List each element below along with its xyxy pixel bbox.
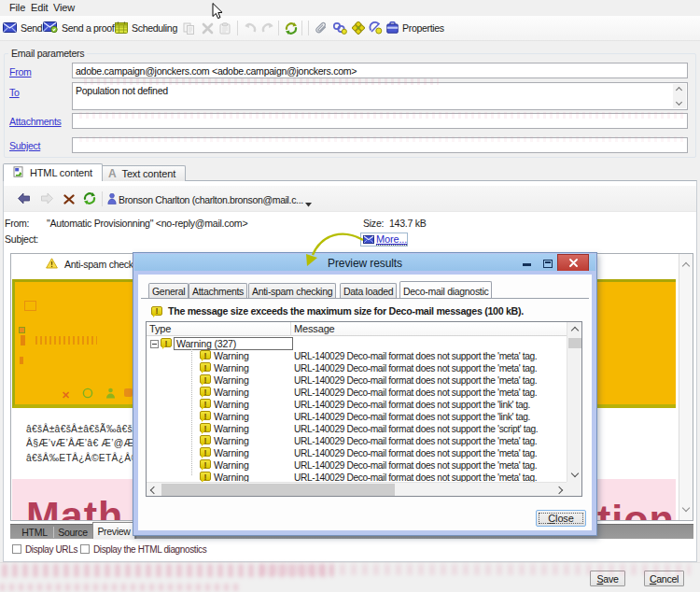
warning-message-cell: URL-140029 Deco-mail format does not sup… bbox=[294, 400, 530, 410]
table-header[interactable]: Type Message bbox=[147, 322, 567, 336]
warning-bubble-icon: ! bbox=[200, 350, 211, 360]
big-red-text-right: tion bbox=[597, 497, 675, 521]
antispam-warning-triangle-icon bbox=[46, 258, 58, 271]
from-link[interactable]: From bbox=[9, 66, 32, 78]
table-rows: ! Warning (327) !WarningURL-140029 Deco-… bbox=[147, 337, 567, 483]
subject-link[interactable]: Subject bbox=[9, 140, 40, 151]
menu-edit[interactable]: Edit bbox=[31, 2, 48, 13]
warning-type-cell: Warning bbox=[214, 362, 249, 374]
display-html-diagnostics-label: Display the HTML diagnostics bbox=[93, 544, 206, 555]
forward-button-disabled[interactable] bbox=[40, 192, 54, 206]
menu-file[interactable]: File bbox=[9, 2, 25, 13]
warning-type-cell: Warning bbox=[214, 387, 249, 398]
broken-image-circle-icon bbox=[82, 388, 93, 401]
from-input[interactable]: adobe.campaign@jonckers.com <adobe.campa… bbox=[72, 63, 688, 78]
dialog-tab-general[interactable]: General bbox=[148, 283, 189, 298]
attachment-paperclip-button[interactable] bbox=[315, 16, 328, 40]
warning-row[interactable]: !WarningURL-140029 Deco-mail format does… bbox=[147, 374, 567, 387]
cancel-label-rest: ancel bbox=[656, 573, 679, 585]
scroll-down-icon[interactable] bbox=[682, 504, 690, 512]
scroll-left-icon[interactable] bbox=[150, 486, 158, 494]
scroll-up-icon[interactable] bbox=[676, 87, 682, 93]
subject-input[interactable] bbox=[72, 137, 688, 153]
tab-html-content[interactable]: HTML content bbox=[3, 163, 103, 181]
broken-image-person-icon bbox=[105, 388, 116, 401]
preview-vertical-scrollbar[interactable] bbox=[679, 254, 693, 520]
table-horizontal-scrollbar[interactable] bbox=[147, 482, 567, 496]
to-link[interactable]: To bbox=[9, 87, 20, 98]
display-urls-checkbox[interactable] bbox=[12, 544, 21, 554]
redo-button-disabled[interactable] bbox=[261, 16, 275, 40]
warning-row[interactable]: !WarningURL-140029 Deco-mail format does… bbox=[147, 423, 567, 435]
horizontal-scrollbar-thumb[interactable] bbox=[161, 484, 395, 496]
attachments-input[interactable] bbox=[72, 113, 688, 129]
toolbar-separator bbox=[278, 21, 279, 35]
refresh-button[interactable] bbox=[285, 16, 298, 40]
column-divider[interactable] bbox=[290, 322, 291, 336]
unlink-button[interactable] bbox=[369, 16, 384, 40]
send-button[interactable]: Send bbox=[3, 16, 42, 40]
link-button[interactable] bbox=[332, 16, 347, 40]
properties-button[interactable]: Properties bbox=[386, 16, 444, 40]
warning-row[interactable]: !WarningURL-140029 Deco-mail format does… bbox=[147, 435, 567, 447]
stop-button[interactable] bbox=[63, 194, 75, 206]
warning-row[interactable]: !WarningURL-140029 Deco-mail format does… bbox=[147, 399, 567, 411]
warning-row[interactable]: !WarningURL-140029 Deco-mail format does… bbox=[147, 459, 567, 472]
vertical-scrollbar-thumb[interactable] bbox=[568, 338, 581, 348]
send-a-proof-button[interactable]: Send a proof bbox=[43, 16, 114, 40]
scroll-down-icon[interactable] bbox=[676, 99, 682, 106]
display-html-diagnostics-checkbox[interactable] bbox=[80, 544, 90, 554]
copy-button-disabled[interactable] bbox=[183, 16, 195, 40]
scroll-up-icon[interactable] bbox=[571, 327, 579, 334]
warning-row[interactable]: !WarningURL-140029 Deco-mail format does… bbox=[147, 411, 567, 423]
ghost-artifact bbox=[2, 564, 333, 577]
dialog-tab-antispam[interactable]: Anti-spam checking bbox=[248, 283, 336, 298]
mouse-cursor bbox=[212, 3, 223, 20]
tab-html-content-label: HTML content bbox=[30, 167, 92, 178]
delivery-flower-button[interactable] bbox=[352, 16, 365, 40]
reviewer-dropdown-caret-icon[interactable] bbox=[305, 198, 312, 209]
to-input-scrollbar[interactable] bbox=[673, 84, 686, 108]
undo-button-disabled[interactable] bbox=[243, 16, 257, 40]
scheduling-button[interactable]: Scheduling bbox=[115, 16, 177, 40]
scroll-up-icon[interactable] bbox=[682, 262, 690, 270]
html-content-icon bbox=[13, 166, 24, 179]
warning-row[interactable]: !WarningURL-140029 Deco-mail format does… bbox=[147, 362, 567, 374]
close-window-button[interactable] bbox=[557, 254, 589, 272]
dialog-tab-data-loaded[interactable]: Data loaded bbox=[340, 283, 397, 298]
back-button[interactable] bbox=[17, 192, 31, 206]
warning-message-cell: URL-140029 Deco-mail format does not sup… bbox=[294, 436, 537, 446]
reviewer-selector[interactable]: Bronson Charlton (charlton.bronson@mail.… bbox=[119, 194, 303, 205]
tab-html-view[interactable]: HTML bbox=[19, 527, 50, 538]
warning-message-cell: URL-140029 Deco-mail format does not sup… bbox=[294, 424, 538, 434]
maximize-button[interactable] bbox=[543, 260, 553, 268]
minimize-button[interactable] bbox=[523, 263, 531, 266]
save-button[interactable]: Save bbox=[590, 571, 625, 586]
scroll-down-icon[interactable] bbox=[571, 470, 579, 477]
to-input[interactable]: Population not defined bbox=[72, 82, 688, 110]
tab-text-content[interactable]: A Text content bbox=[98, 165, 186, 181]
warning-bubble-icon: ! bbox=[200, 374, 211, 385]
menu-view[interactable]: View bbox=[53, 2, 75, 13]
dialog-tab-deco-mail[interactable]: Deco-mail diagnostic bbox=[399, 281, 492, 298]
warning-row[interactable]: !WarningURL-140029 Deco-mail format does… bbox=[147, 447, 567, 459]
warning-message-cell: URL-140029 Deco-mail format does not sup… bbox=[294, 388, 537, 398]
toolbar-separator bbox=[301, 21, 302, 35]
tab-preview-view[interactable]: Preview bbox=[92, 522, 135, 539]
cancel-button[interactable]: Cancel bbox=[644, 571, 684, 586]
toolbar-separator bbox=[308, 21, 309, 35]
tree-root-row[interactable]: ! Warning (327) bbox=[147, 338, 567, 350]
close-button[interactable]: Close bbox=[536, 510, 586, 527]
dialog-tab-attachments[interactable]: Attachments bbox=[189, 283, 247, 298]
warning-row[interactable]: !WarningURL-140029 Deco-mail format does… bbox=[147, 350, 567, 362]
tab-source-view[interactable]: Source bbox=[56, 527, 90, 538]
warning-bubble-icon: ! bbox=[200, 387, 211, 397]
refresh-preview-button[interactable] bbox=[83, 192, 96, 206]
warning-row[interactable]: !WarningURL-140029 Deco-mail format does… bbox=[147, 387, 567, 399]
tree-collapse-icon[interactable] bbox=[150, 340, 159, 348]
attachments-link[interactable]: Attachments bbox=[9, 116, 62, 127]
scroll-right-icon[interactable] bbox=[555, 486, 563, 494]
ghost-artifact bbox=[124, 388, 133, 397]
table-vertical-scrollbar[interactable] bbox=[567, 322, 581, 482]
size-warning-text: The message size exceeds the maximum siz… bbox=[168, 305, 524, 317]
